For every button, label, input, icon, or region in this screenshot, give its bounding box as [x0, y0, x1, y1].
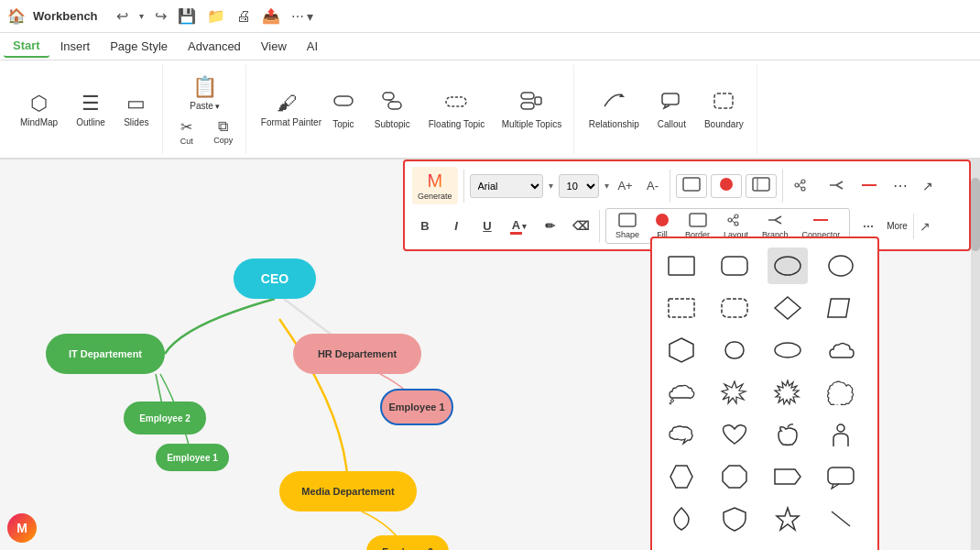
shape-octagon[interactable] [714, 458, 755, 495]
svg-rect-6 [521, 103, 534, 109]
generate-btn[interactable]: M Generate [412, 167, 458, 204]
slides-btn[interactable]: ▭ Slides [116, 88, 157, 131]
save-btn[interactable]: 💾 [174, 6, 200, 27]
shape-stadium[interactable] [714, 332, 755, 368]
shape-cloud[interactable] [821, 332, 861, 368]
menu-advanced[interactable]: Advanced [179, 36, 250, 57]
format-painter-btn[interactable]: 🖌 Format Painter [254, 88, 320, 131]
shape-dashed-rect[interactable] [661, 290, 702, 326]
font-size-select[interactable]: 1011121416 [559, 174, 599, 198]
export-btn[interactable]: 📤 [258, 6, 284, 27]
canvas[interactable]: CEO IT Departement HR Departement Media … [0, 160, 980, 550]
shape-circle[interactable] [821, 248, 861, 284]
shape-btn[interactable]: Shape [610, 211, 645, 241]
svg-rect-5 [521, 93, 534, 99]
menu-page-style[interactable]: Page Style [101, 36, 177, 57]
copy-btn[interactable]: ⧉ Copy [207, 116, 240, 147]
folder-btn[interactable]: 📁 [203, 6, 229, 27]
shape-apple[interactable] [768, 416, 808, 453]
outline-btn[interactable]: ☰ Outline [69, 88, 113, 131]
shape-wavy-circle[interactable] [821, 374, 861, 411]
shape-arrow-rect[interactable] [768, 458, 808, 495]
font-color-btn[interactable]: A ▾ [506, 214, 531, 239]
expand-icon[interactable]: ↗ [920, 219, 931, 234]
undo-btn[interactable]: ↩ [113, 6, 132, 27]
highlight-btn[interactable]: ✏ [537, 214, 562, 239]
shape-thought-cloud[interactable] [661, 374, 702, 411]
svg-rect-10 [714, 94, 733, 108]
floating-topic-btn[interactable]: Floating Topic [421, 86, 491, 133]
shape-pin1[interactable] [661, 543, 702, 550]
more-options-btn[interactable]: ⋯ [889, 175, 911, 197]
more-btn[interactable]: ⋯ ▾ [288, 7, 318, 26]
shape-star[interactable] [768, 500, 808, 537]
subtopic-btn[interactable]: Subtopic [367, 86, 418, 133]
shape-leaf-diamond[interactable] [661, 500, 702, 537]
svg-rect-13 [753, 178, 769, 191]
eraser-btn[interactable]: ⌫ [568, 214, 593, 239]
italic-btn[interactable]: I [443, 214, 469, 239]
node-emp2-it[interactable]: Employee 2 [124, 402, 206, 434]
shape-diamond[interactable] [768, 290, 808, 326]
menu-ai[interactable]: AI [298, 36, 327, 57]
cut-label: Cut [180, 137, 193, 146]
paste-btn[interactable]: 📋 Paste [182, 72, 227, 115]
shape-person[interactable] [821, 416, 861, 453]
bold-btn[interactable]: B [412, 214, 438, 239]
undo-arrow[interactable]: ▾ [136, 9, 147, 23]
node-ceo[interactable]: CEO [234, 258, 316, 299]
callout-btn[interactable]: Callout [650, 86, 693, 133]
mindmap-icon: ⬡ [30, 92, 48, 116]
node-emp1-it[interactable]: Employee 1 [156, 444, 229, 471]
shape-rounded-rect[interactable] [714, 248, 755, 284]
shape-wide-oval[interactable] [768, 332, 808, 368]
menu-start[interactable]: Start [4, 35, 49, 58]
menu-insert[interactable]: Insert [51, 36, 100, 57]
scrollbar[interactable] [971, 160, 980, 550]
node-it[interactable]: IT Departement [46, 334, 165, 374]
shape-burst2[interactable] [768, 374, 808, 411]
font-increase-btn[interactable]: A+ [615, 175, 637, 197]
multiple-topics-btn[interactable]: Multiple Topics [495, 86, 568, 133]
shape-hexagon2[interactable] [661, 458, 702, 495]
shape-oval-filled[interactable] [768, 248, 808, 284]
node-emp2-media[interactable]: Employee 2 [366, 535, 449, 550]
mindmap-btn[interactable]: ⬡ MindMap [13, 88, 65, 131]
shape-parallelogram[interactable] [821, 290, 861, 326]
shape-burst1[interactable] [714, 374, 755, 411]
shape-shield[interactable] [714, 500, 755, 537]
border-tool-btn[interactable] [746, 174, 777, 198]
font-select[interactable]: Arial Times New Roman Helvetica [470, 174, 543, 198]
fill-tool-btn[interactable] [711, 174, 742, 198]
menu-view[interactable]: View [252, 36, 296, 57]
node-media[interactable]: Media Departement [279, 471, 417, 512]
shape-no-symbol[interactable] [821, 500, 861, 537]
connector-tool-btn[interactable] [855, 176, 884, 196]
shape-chat-bubble[interactable] [821, 458, 861, 495]
font-decrease-btn[interactable]: A- [642, 175, 664, 197]
shape-speech-cloud[interactable] [661, 416, 702, 453]
underline-btn[interactable]: U [474, 214, 500, 239]
shape-dashed-rounded[interactable] [714, 290, 755, 326]
topic-btn[interactable]: Topic [323, 86, 364, 133]
redo-btn[interactable]: ↪ [151, 6, 170, 27]
node-hr[interactable]: HR Departement [293, 334, 421, 374]
svg-rect-4 [446, 97, 466, 106]
layout-tool-btn[interactable] [789, 176, 818, 196]
scrollbar-thumb[interactable] [971, 178, 980, 251]
branch-tool-btn[interactable] [822, 176, 851, 196]
node-emp1-hr[interactable]: Employee 1 [380, 389, 453, 425]
relationship-btn[interactable]: Relationship [582, 86, 647, 133]
shape-heart[interactable] [714, 416, 755, 453]
print-btn[interactable]: 🖨 [233, 6, 255, 27]
shape-tool-btn[interactable] [676, 174, 707, 198]
shape-hexagon[interactable] [661, 332, 702, 368]
boundary-btn[interactable]: Boundary [697, 86, 751, 133]
shape-rect[interactable] [661, 248, 702, 284]
collapse-btn[interactable]: ↗ [917, 175, 939, 197]
topic-icon [332, 90, 354, 117]
more-btn[interactable]: ⋯ [855, 214, 881, 239]
cut-btn[interactable]: ✂ Cut [170, 116, 203, 148]
shape-pin2[interactable] [714, 543, 755, 550]
border-icon [689, 213, 707, 229]
